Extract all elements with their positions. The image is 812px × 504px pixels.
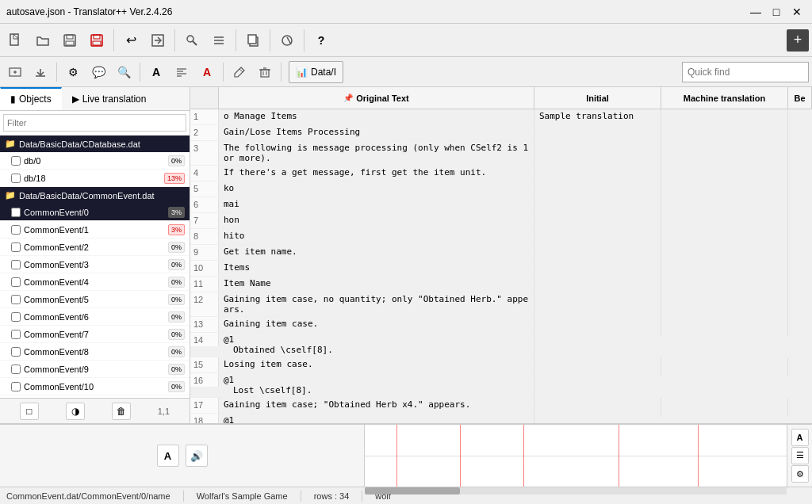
table-row[interactable]: 14 @1Obtained \cself[8]. bbox=[190, 333, 812, 357]
maximize-button[interactable]: □ bbox=[768, 3, 785, 21]
cell-initial[interactable] bbox=[534, 213, 661, 228]
data-button[interactable]: 📊 Data/I bbox=[289, 61, 343, 83]
cell-original[interactable]: ko bbox=[219, 181, 534, 197]
cell-initial[interactable] bbox=[534, 181, 661, 197]
checkbox-ce7[interactable] bbox=[11, 330, 21, 339]
cell-initial[interactable] bbox=[534, 373, 661, 376]
cell-machine[interactable] bbox=[661, 166, 788, 181]
cell-original[interactable]: Gaining item case; "Obtained Herb x4." a… bbox=[219, 398, 534, 413]
cell-machine[interactable] bbox=[661, 229, 788, 244]
tree-item-commonevent10[interactable]: CommonEvent/10 0% bbox=[0, 378, 190, 395]
cell-original[interactable]: Gaining item case. bbox=[219, 317, 534, 332]
sidebar-delete-button[interactable]: 🗑 bbox=[112, 403, 131, 420]
undo-button[interactable]: ↩ bbox=[118, 28, 144, 53]
tree-item-commonevent7[interactable]: CommonEvent/7 0% bbox=[0, 326, 190, 343]
table-row[interactable]: 9 Get item name. bbox=[190, 245, 812, 261]
checkbox-ce10[interactable] bbox=[11, 382, 21, 391]
table-row[interactable]: 17 Gaining item case; "Obtained Herb x4.… bbox=[190, 398, 812, 414]
table-row[interactable]: 16 @1Lost \cself[8]. bbox=[190, 373, 812, 398]
cell-original[interactable]: Get item name. bbox=[219, 245, 534, 260]
import-button[interactable] bbox=[29, 61, 52, 83]
tree-item-db18[interactable]: db/18 13% bbox=[0, 170, 190, 187]
checkbox-ce3[interactable] bbox=[11, 260, 21, 269]
open-button[interactable] bbox=[30, 28, 56, 53]
table-row[interactable]: 12 Gaining item case, no quantity; only … bbox=[190, 292, 812, 317]
list-button[interactable] bbox=[206, 28, 232, 53]
cell-machine[interactable] bbox=[661, 213, 788, 228]
cell-initial[interactable] bbox=[534, 398, 661, 413]
align-button[interactable] bbox=[170, 61, 193, 83]
tree-item-commonevent8[interactable]: CommonEvent/8 0% bbox=[0, 343, 190, 361]
bottom-right-btn3[interactable]: ⚙ bbox=[791, 465, 809, 483]
copy-button[interactable] bbox=[240, 28, 266, 53]
cell-original[interactable]: Item Name bbox=[219, 277, 534, 292]
cell-initial[interactable] bbox=[534, 245, 661, 260]
cell-machine[interactable] bbox=[661, 414, 788, 417]
checkbox-ce6[interactable] bbox=[11, 312, 21, 322]
group-commonevent[interactable]: 📁 Data/BasicData/CommonEvent.dat bbox=[0, 187, 190, 204]
search-replace-button[interactable] bbox=[179, 28, 205, 53]
cell-machine[interactable] bbox=[661, 141, 788, 165]
bottom-font-button[interactable]: A bbox=[157, 445, 179, 467]
pin-button[interactable]: + bbox=[787, 29, 809, 52]
tree-item-commonevent5[interactable]: CommonEvent/5 0% bbox=[0, 291, 190, 308]
cell-machine[interactable] bbox=[661, 277, 788, 292]
tree-item-commonevent9[interactable]: CommonEvent/9 0% bbox=[0, 361, 190, 378]
tree-item-commonevent4[interactable]: CommonEvent/4 0% bbox=[0, 273, 190, 291]
font-a-button[interactable]: A bbox=[144, 61, 168, 83]
cell-initial[interactable] bbox=[534, 229, 661, 244]
minimize-button[interactable]: — bbox=[747, 3, 764, 21]
cell-initial[interactable] bbox=[534, 292, 661, 316]
filter-button[interactable] bbox=[274, 28, 300, 53]
new-button[interactable] bbox=[3, 28, 29, 53]
cell-initial[interactable] bbox=[534, 333, 661, 336]
checkbox-db0[interactable] bbox=[11, 156, 21, 166]
table-row[interactable]: 1 o Manage Items Sample translation bbox=[190, 109, 812, 125]
help-button[interactable]: ? bbox=[308, 28, 334, 53]
checkbox-ce9[interactable] bbox=[11, 365, 21, 374]
cell-machine[interactable] bbox=[661, 197, 788, 212]
checkbox-ce1[interactable] bbox=[11, 225, 21, 235]
cell-machine[interactable] bbox=[661, 109, 788, 124]
cell-initial[interactable] bbox=[534, 357, 661, 372]
cell-machine[interactable] bbox=[661, 292, 788, 316]
cell-initial[interactable] bbox=[534, 197, 661, 212]
cell-original[interactable]: @1Obtained \cself[8]. bbox=[219, 333, 534, 357]
search-button[interactable]: 🔍 bbox=[112, 61, 136, 83]
table-row[interactable]: 3 The following is message processing (o… bbox=[190, 141, 812, 166]
cell-machine[interactable] bbox=[661, 125, 788, 140]
table-row[interactable]: 4 If there's a get message, first get th… bbox=[190, 166, 812, 181]
tree-item-db0[interactable]: db/0 0% bbox=[0, 152, 190, 170]
tab-live-translation[interactable]: ▶ Live translation bbox=[62, 87, 157, 110]
table-row[interactable]: 6 mai bbox=[190, 197, 812, 213]
tree-item-commonevent1[interactable]: CommonEvent/1 3% bbox=[0, 221, 190, 239]
cell-initial[interactable] bbox=[534, 317, 661, 332]
table-row[interactable]: 13 Gaining item case. bbox=[190, 317, 812, 333]
cell-original[interactable]: o Manage Items bbox=[219, 109, 534, 124]
table-row[interactable]: 5 ko bbox=[190, 181, 812, 197]
cell-original[interactable]: The following is message processing (onl… bbox=[219, 141, 534, 165]
checkbox-ce0[interactable] bbox=[11, 208, 21, 217]
cell-machine[interactable] bbox=[661, 398, 788, 413]
table-row[interactable]: 8 hito bbox=[190, 229, 812, 245]
cell-machine[interactable] bbox=[661, 261, 788, 276]
cell-initial[interactable] bbox=[534, 414, 661, 417]
table-row[interactable]: 10 Items bbox=[190, 261, 812, 277]
table-row[interactable]: 18 @1Obtained \cself[8] x\cself[1]. bbox=[190, 414, 812, 423]
delete-button[interactable] bbox=[253, 61, 277, 83]
cell-machine[interactable] bbox=[661, 245, 788, 260]
tree-item-commonevent0[interactable]: CommonEvent/0 3% bbox=[0, 204, 190, 221]
cell-original[interactable]: Items bbox=[219, 261, 534, 276]
checkbox-ce2[interactable] bbox=[11, 242, 21, 252]
color-button[interactable]: A bbox=[195, 61, 219, 83]
save-button[interactable] bbox=[57, 28, 82, 53]
cell-initial[interactable] bbox=[534, 125, 661, 140]
comment-button[interactable]: 💬 bbox=[86, 61, 110, 83]
table-row[interactable]: 11 Item Name bbox=[190, 277, 812, 292]
table-row[interactable]: 2 Gain/Lose Items Processing bbox=[190, 125, 812, 141]
save-red-button[interactable] bbox=[84, 28, 109, 53]
group-cdatabase[interactable]: 📁 Data/BasicData/CDatabase.dat bbox=[0, 136, 190, 152]
cell-original[interactable]: @1Lost \cself[8]. bbox=[219, 373, 534, 397]
bottom-sound-button[interactable]: 🔊 bbox=[186, 445, 208, 467]
filter-input[interactable] bbox=[3, 114, 186, 132]
